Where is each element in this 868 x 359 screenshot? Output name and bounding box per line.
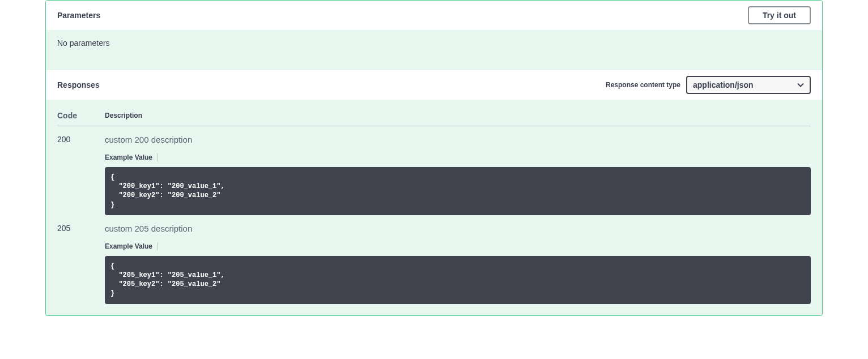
responses-title: Responses <box>57 80 100 89</box>
column-header-description: Description <box>105 111 811 126</box>
chevron-down-icon <box>797 83 804 87</box>
response-content-type-label: Response content type <box>606 81 680 89</box>
parameters-title: Parameters <box>57 11 100 20</box>
response-content-type-wrapper: Response content type application/json <box>606 76 811 94</box>
table-row: 205 custom 205 description Example Value… <box>57 215 811 304</box>
response-description: custom 200 description <box>105 135 811 144</box>
response-code: 205 <box>57 215 105 304</box>
response-content-type-value: application/json <box>693 80 754 89</box>
example-code-block[interactable]: { "200_key1": "200_value_1", "200_key2":… <box>105 167 811 215</box>
response-description-cell: custom 205 description Example Value { "… <box>105 215 811 304</box>
parameters-body: No parameters <box>46 30 822 70</box>
table-row: 200 custom 200 description Example Value… <box>57 126 811 215</box>
responses-body: Code Description 200 custom 200 descript… <box>46 100 822 315</box>
response-content-type-select[interactable]: application/json <box>686 76 811 94</box>
example-value-label[interactable]: Example Value <box>105 242 158 250</box>
column-header-code: Code <box>57 111 105 126</box>
response-description: custom 205 description <box>105 224 811 233</box>
example-value-label[interactable]: Example Value <box>105 153 158 161</box>
parameters-header: Parameters Try it out <box>46 1 822 30</box>
try-it-out-button[interactable]: Try it out <box>748 6 811 24</box>
response-code: 200 <box>57 126 105 215</box>
example-code-block[interactable]: { "205_key1": "205_value_1", "205_key2":… <box>105 256 811 304</box>
responses-header: Responses Response content type applicat… <box>46 70 822 100</box>
response-description-cell: custom 200 description Example Value { "… <box>105 126 811 215</box>
responses-table: Code Description 200 custom 200 descript… <box>57 111 811 304</box>
no-parameters-text: No parameters <box>57 39 110 48</box>
operation-block: Parameters Try it out No parameters Resp… <box>45 0 823 316</box>
